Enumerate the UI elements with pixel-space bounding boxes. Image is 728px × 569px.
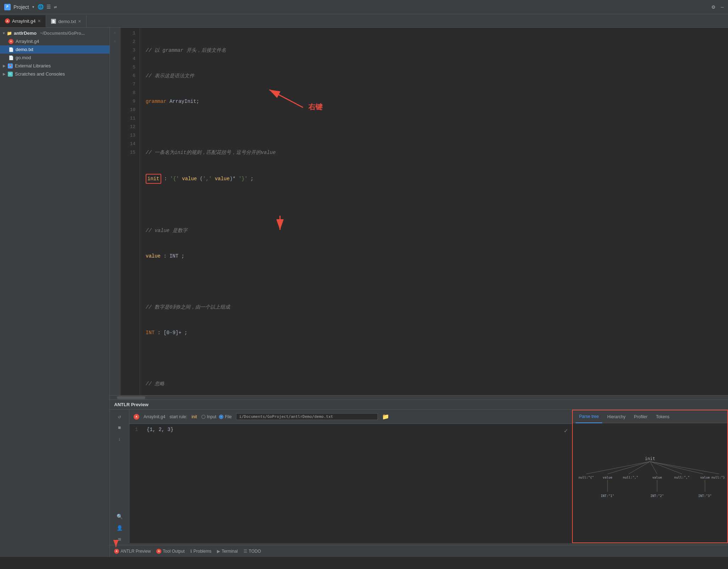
chevron-down-icon[interactable]: ▾ — [32, 4, 35, 10]
title-bar: P Project ▾ 🌐 ☰ ⇌ ⚙ — — [0, 0, 728, 14]
tabs-bar: A ArrayInit.g4 ✕ 📄 demo.txt ✕ — [0, 14, 728, 28]
tab-demo[interactable]: 📄 demo.txt ✕ — [46, 15, 86, 27]
list-icon[interactable]: ☰ — [46, 4, 51, 10]
status-problems[interactable]: ℹ Problems — [190, 549, 212, 554]
scrollbar-thumb[interactable] — [117, 396, 145, 399]
line-num-14: 14 — [121, 140, 135, 148]
gutter-1: ≡ — [110, 29, 120, 38]
radio-file-label: File — [225, 414, 231, 419]
code-line-7 — [146, 201, 728, 209]
parse-tree-tabs: Parse tree Hierarchy Profiler Tokens — [573, 410, 727, 423]
code-line-2: // 表示这是语法文件 — [146, 72, 728, 80]
line-num-6: 6 — [121, 72, 135, 80]
input-content: {1, 2, 3} — [147, 427, 174, 432]
tab-demo-label: demo.txt — [58, 19, 76, 24]
tab-tokens[interactable]: Tokens — [653, 410, 673, 423]
code-content[interactable]: // 以 grammar 开头，后接文件名 // 表示这是语法文件 gramma… — [140, 28, 728, 395]
antlr-preview-status-area: A ANTLR Preview — [114, 549, 151, 554]
code-editor[interactable]: ≡ ≡ 1 2 3 4 5 6 7 8 9 10 11 12 13 — [110, 28, 728, 395]
browse-icon[interactable]: 📁 — [382, 413, 389, 420]
radio-file[interactable]: File — [219, 414, 231, 419]
sidebar-root-label: antlrDemo — [14, 31, 37, 36]
checkmark-icon: ✓ — [564, 427, 568, 435]
line-numbers: 1 2 3 4 5 6 7 8 9 10 11 12 13 14 15 — [121, 28, 140, 395]
stop-icon[interactable]: ■ — [116, 424, 123, 432]
tab-demo-close[interactable]: ✕ — [78, 19, 81, 24]
svg-text:null:",": null:"," — [623, 476, 638, 479]
svg-text:value: value — [603, 476, 612, 479]
antlr-header-icon: A — [134, 414, 139, 420]
parse-tree-content: init null:"{" v — [573, 423, 727, 542]
status-tool-output[interactable]: A Tool Output — [156, 549, 184, 554]
swap-icon[interactable]: ⇌ — [54, 4, 57, 10]
svg-text:init: init — [645, 456, 655, 461]
world-icon[interactable]: 🌐 — [38, 4, 44, 10]
txt-file-icon: 📄 — [9, 47, 13, 52]
tab-arrayinit[interactable]: A ArrayInit.g4 ✕ — [0, 15, 46, 27]
sidebar-item-root[interactable]: ▾ 📁 antlrDemo ~/Documents/GoPro... — [0, 29, 110, 37]
search-icon[interactable]: 🔍 — [116, 513, 123, 520]
sidebar-item-scratches-label: Scratches and Consoles — [15, 71, 65, 77]
svg-text:INT:"3": INT:"3" — [698, 494, 712, 498]
code-line-4 — [146, 123, 728, 131]
antlr-header-start: start rule: — [169, 414, 187, 419]
tab-profiler[interactable]: Profiler — [631, 410, 651, 423]
antlr-header-filename: ArrayInit.g4 — [144, 414, 165, 419]
sidebar-root-path: ~/Documents/GoPro... — [40, 31, 85, 36]
input-line-num: 1 — [135, 427, 138, 432]
refresh-icon[interactable]: ↺ — [116, 413, 123, 420]
code-line-10 — [146, 277, 728, 286]
tab-arrayinit-close[interactable]: ✕ — [38, 19, 41, 23]
tab-hierarchy[interactable]: Hierarchy — [604, 410, 629, 423]
svg-text:null:",": null:"," — [674, 476, 689, 479]
mod-file-icon: 📄 — [9, 55, 13, 60]
svg-text:null:"}": null:"}" — [711, 476, 724, 479]
settings-icon[interactable]: ⚙ — [712, 4, 715, 11]
arrow-down-icon[interactable]: ↓ — [116, 435, 123, 443]
sidebar-item-scratches[interactable]: ▶ ✏ Scratches and Consoles — [0, 70, 110, 78]
code-line-14: // 忽略 — [146, 380, 728, 388]
line-num-15: 15 — [121, 148, 135, 157]
editor-column: ≡ ≡ 1 2 3 4 5 6 7 8 9 10 11 12 13 — [110, 28, 728, 557]
sidebar-item-demo[interactable]: 📄 demo.txt — [0, 45, 110, 54]
project-label: Project — [13, 4, 29, 10]
code-line-9: value : INT ; — [146, 252, 728, 260]
file-path-input[interactable]: i/Documents/GoProject/antlrDemo/demo.txt — [236, 413, 378, 420]
line-num-8: 8 — [121, 89, 135, 97]
radio-input[interactable]: Input — [201, 414, 217, 419]
sidebar-item-gomod[interactable]: 📄 go.mod — [0, 54, 110, 62]
antlr-file-icon: A — [9, 39, 13, 44]
line-num-5: 5 — [121, 63, 135, 72]
status-todo[interactable]: ☰ TODO — [243, 549, 261, 554]
antlr-header-rule: init — [191, 414, 197, 419]
sidebar-item-gomod-label: go.mod — [16, 55, 31, 60]
sidebar-item-external-libs[interactable]: ▶ 📚 External Libraries — [0, 62, 110, 70]
antlr-code-area[interactable]: 1 {1, 2, 3} ✓ — [129, 424, 572, 543]
line-num-13: 13 — [121, 131, 135, 140]
file-icon: 📄 — [51, 19, 56, 24]
svg-text:value: value — [700, 476, 710, 479]
status-bar: A ANTLR Preview A Tool Output ℹ Problems… — [110, 545, 728, 557]
svg-line-4 — [629, 462, 650, 474]
status-tool-label: Tool Output — [163, 549, 184, 554]
line-num-2: 2 — [121, 38, 135, 46]
editor-scrollbar[interactable] — [110, 395, 728, 399]
code-line-13 — [146, 354, 728, 363]
svg-text:INT:"2": INT:"2" — [650, 494, 664, 498]
svg-line-5 — [650, 462, 657, 474]
minimize-icon[interactable]: — — [721, 4, 724, 10]
line-num-1: 1 — [121, 29, 135, 38]
tab-parse-tree[interactable]: Parse tree — [576, 410, 602, 423]
main-area: ▾ 📁 antlrDemo ~/Documents/GoPro... A Arr… — [0, 28, 728, 557]
line-num-11: 11 — [121, 114, 135, 123]
svg-text:null:"{": null:"{" — [578, 476, 594, 479]
user-icon[interactable]: 👤 — [116, 524, 123, 532]
line-num-7: 7 — [121, 80, 135, 89]
antlr-preview-titlebar: ANTLR Preview — [110, 400, 728, 410]
sidebar-item-arrayinit[interactable]: A ArrayInit.g4 — [0, 37, 110, 45]
code-line-8: // value 是数字 — [146, 226, 728, 235]
status-terminal[interactable]: ▶ Terminal — [217, 549, 237, 554]
bottom-content: ↺ ■ ↓ 🔍 👤 ⊞ A ArrayInit.g4 — [110, 410, 728, 543]
bottom-left-panel: ↺ ■ ↓ 🔍 👤 ⊞ — [110, 410, 129, 543]
code-line-11: // 数字是0到9之间，由一个以上组成 — [146, 303, 728, 311]
